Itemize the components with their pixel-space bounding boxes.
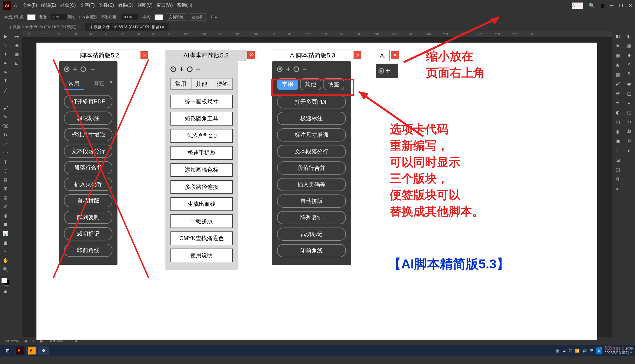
tray-volume-icon[interactable]: 🔊 (582, 349, 587, 353)
brushes-icon[interactable]: 🖌 (614, 80, 621, 87)
gradient-tool-icon[interactable]: ▤ (2, 194, 9, 201)
type-tool-icon[interactable]: T (2, 78, 9, 84)
radio-dot-icon[interactable] (187, 66, 193, 72)
script-button[interactable]: 极速标注 (64, 112, 112, 125)
script-button[interactable]: 阵列复制 (64, 211, 112, 224)
menu-file[interactable]: 文件(F) (22, 3, 37, 8)
brush-dropdown[interactable]: 5 点圆形 (83, 15, 97, 20)
ime-icon[interactable]: 中 (590, 348, 593, 353)
panel-icon[interactable]: ⧉ (626, 138, 632, 144)
expand-icon[interactable]: » (109, 78, 112, 90)
free-transform-icon[interactable]: ◫ (2, 158, 9, 165)
script-button[interactable]: 一键拼版 (170, 214, 233, 228)
stroke-icon[interactable]: ═ (614, 99, 621, 106)
script-button[interactable]: 统一画板尺寸 (170, 95, 233, 108)
transparency-icon[interactable]: ◱ (614, 119, 621, 125)
script-button[interactable]: 包装盒型2.0 (170, 129, 233, 143)
width-tool-icon[interactable]: ⟷ (2, 149, 9, 156)
fill-swatch[interactable] (27, 14, 36, 20)
script-button[interactable]: 极速标注 (277, 112, 346, 125)
links-icon[interactable]: ⧉ (614, 176, 621, 182)
script-button[interactable]: 段落行合并 (277, 161, 346, 175)
transform-icon[interactable]: ⬚ (614, 166, 621, 173)
close-button[interactable]: ✕ (354, 51, 361, 59)
graph-tool-icon[interactable]: 📊 (2, 230, 9, 237)
perspective-icon[interactable]: ▦ (2, 176, 9, 183)
symbols-icon[interactable]: ❋ (614, 90, 621, 97)
tray-icon[interactable]: 🛡 (569, 349, 572, 353)
menu-effect[interactable]: 效果(C) (118, 3, 133, 8)
tab-other[interactable]: 其它 (89, 78, 109, 90)
tab-common[interactable]: 常用 (64, 78, 84, 90)
rectangle-tool-icon[interactable]: ▭ (2, 96, 9, 102)
menu-select[interactable]: 选择(S) (99, 3, 114, 8)
nav-prev-icon[interactable]: ◀ (24, 339, 27, 343)
panel-icon[interactable]: ▸ (626, 147, 632, 154)
pen-tool-icon[interactable]: ✒ (2, 60, 9, 66)
panel-icon[interactable]: ¶ (626, 71, 632, 78)
zoom-tool-icon[interactable]: 🔍 (2, 266, 9, 273)
gradient-icon[interactable]: ◐ (614, 109, 621, 116)
radio-dot-icon[interactable] (64, 66, 70, 72)
actions-icon[interactable]: ▸ (614, 185, 621, 192)
edit-toolbar-icon[interactable]: ⋯ (2, 297, 9, 304)
minimize-icon[interactable]: ─ (610, 3, 613, 8)
taskbar-ai-2[interactable]: Ai (26, 346, 37, 355)
script-button[interactable]: 阵列复制 (277, 211, 346, 224)
menu-help[interactable]: 帮助(H) (177, 3, 192, 8)
script-button[interactable]: 印前角线 (64, 244, 112, 257)
radio-dot-icon[interactable] (170, 66, 176, 72)
panel-icon[interactable]: ♣ (626, 52, 632, 59)
radio-dot-icon[interactable] (294, 66, 299, 72)
script-button[interactable]: 印前角线 (277, 244, 346, 257)
script-button[interactable]: 极速手提袋 (170, 146, 233, 160)
eyedropper-icon[interactable]: ✐ (2, 203, 9, 210)
stroke-input[interactable] (51, 14, 68, 20)
script-button[interactable]: 添加画稿色标 (170, 163, 233, 177)
selection-tool-icon[interactable]: ▶ (2, 33, 9, 40)
artboard-tool-icon[interactable]: ▣ (2, 239, 9, 246)
close-icon[interactable]: ✕ (629, 3, 632, 8)
style-swatch[interactable] (154, 14, 163, 20)
maximize-icon[interactable]: ☐ (619, 3, 623, 8)
tray-icon[interactable]: 📶 (575, 349, 579, 353)
menu-object[interactable]: 对象(O) (60, 3, 76, 8)
script-button[interactable]: 多段路径连接 (170, 180, 233, 194)
appearance-icon[interactable]: ◉ (614, 128, 621, 135)
pathfinder-icon[interactable]: ◪ (614, 157, 621, 163)
panel-icon[interactable]: Js (626, 128, 632, 135)
menu-type[interactable]: 文字(T) (80, 3, 95, 8)
brush-tool-icon[interactable]: 🖌 (2, 105, 9, 111)
menu-view[interactable]: 视图(V) (138, 3, 153, 8)
panel-icon[interactable]: ≡ (626, 99, 632, 106)
script-button[interactable]: 裁切标记 (277, 228, 346, 241)
swatches-icon[interactable]: ▩ (614, 71, 621, 78)
prefs-button[interactable]: 首选项 (189, 13, 206, 21)
tray-icon[interactable]: ▦ (556, 349, 559, 353)
script-button[interactable]: 使用说明 (170, 249, 233, 262)
panel-icon[interactable]: ◧ (626, 33, 632, 40)
script-button[interactable]: 标注尺寸增强 (64, 128, 112, 141)
script-button[interactable]: 打开多页PDF (277, 95, 346, 108)
custom-tool-icon-2[interactable]: ▦ (13, 51, 20, 57)
script-button[interactable]: 插入页码等 (277, 178, 346, 191)
script-button[interactable]: 自动拼版 (64, 194, 112, 207)
curvature-icon[interactable]: ∿ (2, 69, 9, 75)
panel-icon[interactable]: ◫ (626, 90, 632, 97)
symbol-spray-icon[interactable]: ❋ (2, 221, 9, 228)
script-button[interactable]: 文本段落分行 (277, 145, 346, 158)
tab-common[interactable]: 常用 (170, 78, 191, 90)
panel-icon[interactable]: A (626, 61, 632, 68)
scale-tool-icon[interactable]: ⤢ (2, 140, 9, 147)
radio-dot-icon[interactable] (277, 66, 283, 72)
blend-tool-icon[interactable]: ◉ (2, 212, 9, 219)
close-button[interactable]: ✕ (391, 51, 399, 59)
close-button[interactable]: ✕ (140, 51, 148, 59)
slice-tool-icon[interactable]: ✂ (2, 248, 9, 255)
script-button[interactable]: 打开多页PDF (64, 95, 112, 108)
minimized-script-panel[interactable]: A. (572, 3, 583, 9)
uniform-dropdown[interactable]: 等比 (68, 15, 75, 20)
panel-icon[interactable]: ⬚ (626, 109, 632, 116)
rotate-tool-icon[interactable]: ↻ (2, 131, 9, 138)
opacity-input[interactable] (121, 14, 138, 20)
